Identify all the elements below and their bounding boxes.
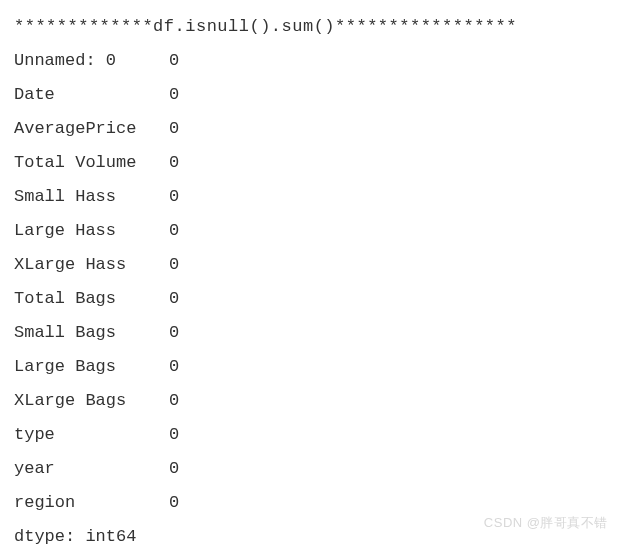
data-row: Total Bags 0 — [14, 282, 608, 316]
row-label: XLarge Hass — [14, 248, 169, 282]
data-row: year 0 — [14, 452, 608, 486]
row-value: 0 — [169, 350, 179, 384]
data-row: XLarge Bags 0 — [14, 384, 608, 418]
row-label: Date — [14, 78, 169, 112]
row-value: 0 — [169, 316, 179, 350]
row-label: type — [14, 418, 169, 452]
data-row: Small Hass 0 — [14, 180, 608, 214]
row-value: 0 — [169, 418, 179, 452]
row-value: 0 — [169, 486, 179, 520]
row-value: 0 — [169, 44, 179, 78]
row-value: 0 — [169, 214, 179, 248]
row-label: Small Bags — [14, 316, 169, 350]
row-value: 0 — [169, 78, 179, 112]
row-label: region — [14, 486, 169, 520]
output-header: *************df.isnull().sum()**********… — [14, 10, 608, 44]
data-row: Small Bags 0 — [14, 316, 608, 350]
data-row: Total Volume 0 — [14, 146, 608, 180]
row-value: 0 — [169, 248, 179, 282]
row-value: 0 — [169, 384, 179, 418]
row-value: 0 — [169, 282, 179, 316]
row-value: 0 — [169, 452, 179, 486]
row-label: year — [14, 452, 169, 486]
row-label: Large Hass — [14, 214, 169, 248]
data-row: Large Bags 0 — [14, 350, 608, 384]
data-row: Large Hass 0 — [14, 214, 608, 248]
data-row: Date 0 — [14, 78, 608, 112]
row-label: AveragePrice — [14, 112, 169, 146]
watermark: CSDN @胖哥真不错 — [484, 510, 608, 536]
row-value: 0 — [169, 180, 179, 214]
row-value: 0 — [169, 112, 179, 146]
row-label: Large Bags — [14, 350, 169, 384]
data-row: XLarge Hass 0 — [14, 248, 608, 282]
row-value: 0 — [169, 146, 179, 180]
data-row: type 0 — [14, 418, 608, 452]
data-row: Unnamed: 0 0 — [14, 44, 608, 78]
row-label: Total Volume — [14, 146, 169, 180]
row-label: Total Bags — [14, 282, 169, 316]
data-row: AveragePrice 0 — [14, 112, 608, 146]
row-label: Unnamed: 0 — [14, 44, 169, 78]
row-label: XLarge Bags — [14, 384, 169, 418]
row-label: Small Hass — [14, 180, 169, 214]
